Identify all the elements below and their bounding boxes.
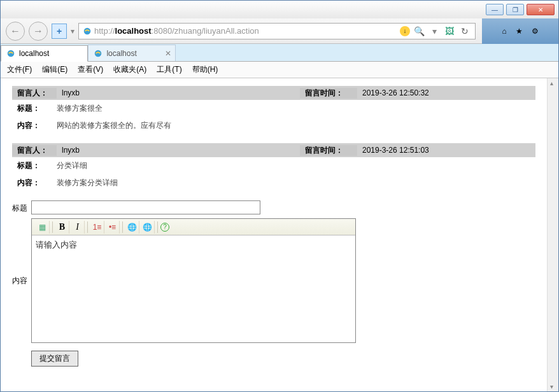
settings-icon[interactable]: ⚙ [532, 27, 539, 36]
title-input[interactable] [31, 200, 260, 214]
bold-icon[interactable]: B [55, 221, 69, 234]
time-label: 留言时间： [300, 145, 357, 156]
content-label: 内容： [12, 178, 57, 188]
url-text: http://localhost:8080/zhuang/liuyanAll.a… [94, 26, 397, 36]
ie-icon [83, 27, 92, 36]
ordered-list-icon[interactable]: 1≡ [90, 221, 104, 234]
ie-icon [94, 49, 103, 58]
menu-tools[interactable]: 工具(T) [157, 64, 181, 75]
toolbar-separator [122, 221, 123, 233]
address-bar[interactable]: http://localhost:8080/zhuang/liuyanAll.a… [78, 23, 476, 39]
tab-localhost-2[interactable]: localhost ✕ [88, 45, 175, 61]
author-label: 留言人： [12, 88, 57, 99]
rich-text-editor: ▦ B I 1≡ •≡ 🌐 🌐 ? 请输入内容 [31, 218, 356, 343]
unordered-list-icon[interactable]: •≡ [106, 221, 120, 234]
ie-icon [6, 49, 15, 58]
title-value: 分类详细 [57, 160, 535, 171]
time-value: 2019-3-26 12:51:03 [357, 146, 535, 155]
refresh-icon[interactable]: ↻ [458, 25, 471, 38]
help-icon[interactable]: ? [160, 223, 169, 232]
time-value: 2019-3-26 12:50:32 [357, 88, 535, 97]
message-title-row: 标题： 装修方案很全 [12, 100, 535, 117]
page-content: 留言人： lnyxb 留言时间： 2019-3-26 12:50:32 标题： … [1, 78, 547, 391]
toolbar-separator [157, 221, 158, 233]
form-title-row: 标题 [12, 200, 535, 214]
shield-dropdown-icon[interactable]: ▾ [71, 27, 74, 36]
menu-bar: 文件(F) 编辑(E) 查看(V) 收藏夹(A) 工具(T) 帮助(H) [1, 62, 558, 78]
message-header: 留言人： lnyxb 留言时间： 2019-3-26 12:51:03 [12, 143, 535, 157]
close-button[interactable]: ✕ [527, 4, 555, 15]
security-shield-icon[interactable]: + [52, 24, 67, 39]
toolbar-separator [52, 221, 53, 233]
tab-localhost-1[interactable]: localhost [1, 45, 88, 62]
message-header: 留言人： lnyxb 留言时间： 2019-3-26 12:50:32 [12, 86, 535, 100]
submit-button[interactable]: 提交留言 [31, 351, 78, 367]
svg-point-0 [84, 27, 91, 34]
home-icon[interactable]: ⌂ [502, 27, 506, 36]
form-title-label: 标题 [12, 200, 31, 214]
message-block: 留言人： lnyxb 留言时间： 2019-3-26 12:51:03 标题： … [12, 143, 535, 192]
form-content-label: 内容 [12, 218, 31, 286]
form-content-row: 内容 ▦ B I 1≡ •≡ 🌐 🌐 ? 请输入内容 [12, 218, 535, 343]
toolbar-separator [87, 221, 88, 233]
author-label: 留言人： [12, 145, 57, 156]
svg-point-1 [8, 50, 15, 57]
minimize-button[interactable]: — [486, 4, 504, 15]
title-label: 标题： [12, 160, 57, 171]
image-icon[interactable]: 🖼 [443, 25, 456, 38]
chrome-right-buttons: ⌂ ★ ⚙ [482, 18, 558, 44]
content-label: 内容： [12, 120, 57, 131]
menu-help[interactable]: 帮助(H) [192, 64, 218, 75]
vertical-scrollbar[interactable] [547, 78, 558, 391]
italic-icon[interactable]: I [71, 221, 85, 234]
tab-close-icon[interactable]: ✕ [165, 49, 171, 58]
time-label: 留言时间： [300, 88, 357, 99]
search-icon[interactable]: 🔍 [413, 25, 425, 38]
svg-point-2 [95, 50, 102, 57]
content-value: 网站的装修方案很全的。应有尽有 [57, 120, 535, 131]
content-shell: 留言人： lnyxb 留言时间： 2019-3-26 12:50:32 标题： … [1, 78, 558, 391]
tab-bar: localhost localhost ✕ [1, 44, 558, 62]
link-icon[interactable]: 🌐 [125, 221, 139, 234]
menu-favorites[interactable]: 收藏夹(A) [113, 64, 146, 75]
maximize-button[interactable]: ❐ [506, 4, 524, 15]
window-titlebar: — ❐ ✕ [1, 1, 558, 18]
message-content-row: 内容： 装修方案分类详细 [12, 174, 535, 192]
source-icon[interactable]: ▦ [36, 221, 50, 234]
author-value: lnyxb [57, 146, 300, 155]
menu-file[interactable]: 文件(F) [7, 64, 32, 75]
unlink-icon[interactable]: 🌐 [141, 221, 155, 234]
menu-view[interactable]: 查看(V) [78, 64, 103, 75]
message-title-row: 标题： 分类详细 [12, 157, 535, 174]
editor-body[interactable]: 请输入内容 [32, 235, 355, 342]
forward-button[interactable]: → [29, 22, 48, 41]
message-content-row: 内容： 网站的装修方案很全的。应有尽有 [12, 117, 535, 134]
tab-label: localhost [19, 49, 49, 58]
author-value: lnyxb [57, 88, 300, 97]
title-value: 装修方案很全 [57, 103, 535, 114]
favorites-icon[interactable]: ★ [516, 27, 523, 36]
search-dropdown-icon[interactable]: ▾ [428, 25, 441, 38]
title-label: 标题： [12, 103, 57, 114]
menu-edit[interactable]: 编辑(E) [42, 64, 67, 75]
plugin-icon[interactable]: ↓ [400, 26, 410, 36]
back-button[interactable]: ← [6, 22, 25, 41]
tab-label: localhost [106, 49, 136, 58]
editor-toolbar: ▦ B I 1≡ •≡ 🌐 🌐 ? [32, 219, 355, 235]
message-block: 留言人： lnyxb 留言时间： 2019-3-26 12:50:32 标题： … [12, 86, 535, 134]
browser-navbar: ← → + ▾ http://localhost:8080/zhuang/liu… [1, 18, 558, 44]
content-value: 装修方案分类详细 [57, 178, 535, 188]
